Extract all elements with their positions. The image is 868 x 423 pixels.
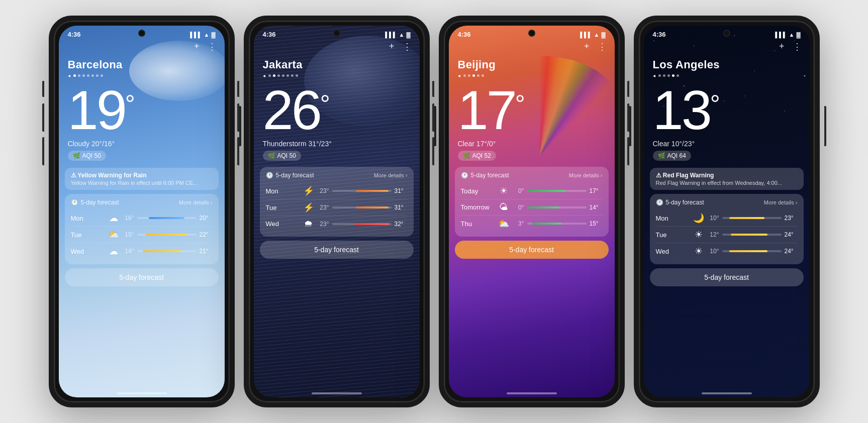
- leaf-icon: 🌿: [268, 152, 275, 159]
- weather-icon: ☀: [691, 246, 706, 257]
- degree-symbol: °: [515, 91, 523, 117]
- city-dot-4: [286, 74, 289, 77]
- forecast-header: 🕐 5-day forecast More details ›: [71, 199, 213, 206]
- wifi-icon: ▲: [594, 32, 600, 38]
- add-button[interactable]: +: [194, 41, 200, 52]
- temp-high: 15°: [590, 220, 603, 227]
- temp-high: 17°: [590, 187, 603, 194]
- forecast-temps: 0° 14°: [511, 204, 603, 211]
- signal-icon: ▌▌▌: [580, 32, 592, 38]
- status-icons: ▌▌▌ ▲ ▓: [775, 32, 800, 38]
- leaf-icon: 🌿: [463, 152, 470, 159]
- weather-description: Cloudy 20°/16°: [59, 138, 225, 148]
- volume-down-button: [237, 137, 239, 165]
- warning-box: ⚠ Yellow Warning for Rain Yellow Warning…: [65, 168, 219, 190]
- add-button[interactable]: +: [584, 41, 590, 52]
- camera-notch: [528, 30, 535, 37]
- forecast-day: Wed: [266, 220, 301, 228]
- volume-up-button: [432, 103, 434, 132]
- weather-icon: ⚡: [301, 202, 316, 213]
- city-dot-2: [667, 74, 670, 77]
- temp-bar-fill: [356, 206, 389, 208]
- temp-bar: [332, 206, 392, 208]
- forecast-day: Mon: [266, 187, 301, 195]
- forecast-panel: 🕐 5-day forecast More details › Mon ⚡: [260, 167, 414, 237]
- leaf-icon: 🌿: [73, 152, 80, 159]
- temp-bar: [332, 223, 392, 225]
- temp-bar-fill: [731, 234, 767, 236]
- city-dot-2: [472, 74, 475, 77]
- forecast-day: Tue: [71, 231, 106, 239]
- menu-button[interactable]: ⋮: [598, 41, 607, 52]
- forecast-row: Mon 🌙 10° 23°: [656, 210, 798, 227]
- city-dot-6: [101, 74, 103, 77]
- clock-icon: 🕐: [461, 172, 468, 179]
- forecast-row: Thu ⛅ 3° 15°: [461, 216, 603, 232]
- phone-losangeles: 4:36 ▌▌▌ ▲ ▓ + ⋮ Los Angeles: [634, 16, 820, 407]
- temp-low: 3°: [511, 220, 524, 227]
- weather-icon: 🌧: [301, 219, 316, 229]
- city-dot-3: [87, 74, 89, 77]
- city-name: Beijing: [458, 58, 606, 71]
- battery-icon: ▓: [406, 32, 410, 38]
- warning-text: Red Flag Warning in effect from Wednesda…: [656, 180, 798, 186]
- menu-button[interactable]: ⋮: [208, 41, 217, 52]
- power-button: [824, 106, 826, 146]
- location-icon: ◂: [263, 73, 265, 78]
- forecast-temps: 10° 23°: [706, 215, 798, 222]
- signal-icon: ▌▌▌: [775, 32, 787, 38]
- power-button: [434, 106, 436, 146]
- city-dot-0: [73, 74, 76, 77]
- city-dot-1: [78, 74, 80, 77]
- more-details-link[interactable]: More details ›: [764, 199, 798, 205]
- five-day-forecast-button[interactable]: 5-day forecast: [65, 268, 219, 286]
- top-controls: + ⋮: [449, 40, 615, 52]
- city-dot-0: [463, 74, 466, 77]
- more-details-link[interactable]: More details ›: [179, 199, 213, 205]
- menu-button[interactable]: ⋮: [403, 41, 412, 52]
- degree-symbol: °: [710, 91, 718, 117]
- add-button[interactable]: +: [779, 41, 785, 52]
- five-day-forecast-button[interactable]: 5-day forecast: [650, 268, 804, 286]
- temp-high: 22°: [200, 231, 213, 238]
- weather-icon: ☀: [691, 229, 706, 240]
- city-dot-6: [296, 74, 298, 77]
- status-time: 4:36: [263, 31, 276, 38]
- five-day-forecast-button[interactable]: 5-day forecast: [455, 241, 609, 259]
- weather-icon: 🌙: [691, 213, 706, 224]
- add-button[interactable]: +: [389, 41, 395, 52]
- status-icons: ▌▌▌ ▲ ▓: [190, 32, 215, 38]
- more-details-link[interactable]: More details ›: [374, 172, 408, 178]
- aqi-value: AQI 50: [82, 152, 101, 159]
- weather-icon: ⚡: [301, 185, 316, 196]
- forecast-day: Wed: [656, 248, 691, 255]
- forecast-header: 🕐 5-day forecast More details ›: [461, 172, 603, 179]
- more-details-link[interactable]: More details ›: [569, 172, 603, 178]
- aqi-value: AQI 52: [472, 152, 491, 159]
- forecast-day: Tue: [656, 231, 691, 239]
- forecast-temps: 14° 21°: [121, 248, 213, 255]
- city-section: Jakarta ◂: [254, 52, 420, 78]
- clock-icon: 🕐: [71, 199, 78, 206]
- temp-bar: [137, 217, 197, 219]
- forecast-label: 5-day forecast: [81, 199, 119, 206]
- city-dots: ◂: [263, 73, 411, 78]
- status-time: 4:36: [653, 31, 666, 38]
- menu-button[interactable]: ⋮: [793, 41, 802, 52]
- temp-bar-fill: [149, 217, 184, 219]
- volume-down-button: [42, 137, 44, 165]
- forecast-row: Wed 🌧 23° 32°: [266, 216, 408, 232]
- five-day-forecast-button[interactable]: 5-day forecast: [260, 241, 414, 259]
- battery-icon: ▓: [211, 32, 215, 38]
- city-dot-0: [268, 74, 271, 77]
- forecast-day: Tue: [266, 204, 301, 212]
- temp-low: 23°: [316, 187, 329, 194]
- more-details-text: More details ›: [764, 199, 798, 205]
- temp-bar-fill: [527, 190, 566, 192]
- forecast-temps: 23° 32°: [316, 221, 408, 228]
- degree-symbol: °: [320, 91, 328, 117]
- home-indicator: [702, 392, 752, 394]
- temp-high: 24°: [785, 231, 798, 238]
- temp-bar: [722, 250, 782, 252]
- forecast-temps: 23° 31°: [316, 187, 408, 194]
